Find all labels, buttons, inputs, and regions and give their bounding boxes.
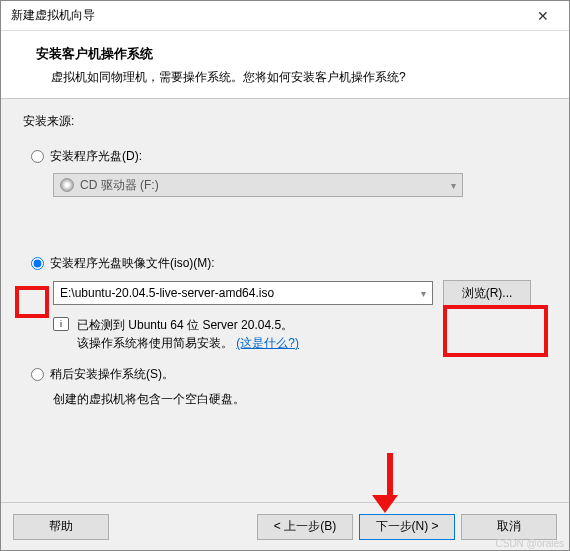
radio-iso-row[interactable]: 安装程序光盘映像文件(iso)(M): xyxy=(31,255,547,272)
browse-button[interactable]: 浏览(R)... xyxy=(443,280,531,306)
window-title: 新建虚拟机向导 xyxy=(11,7,95,24)
radio-iso-label: 安装程序光盘映像文件(iso)(M): xyxy=(50,255,215,272)
cancel-button[interactable]: 取消 xyxy=(461,514,557,540)
detection-text: 已检测到 Ubuntu 64 位 Server 20.04.5。 该操作系统将使… xyxy=(77,316,299,352)
help-button[interactable]: 帮助 xyxy=(13,514,109,540)
radio-disc-row[interactable]: 安装程序光盘(D): xyxy=(31,148,547,165)
cd-icon xyxy=(60,178,74,192)
header-description: 虚拟机如同物理机，需要操作系统。您将如何安装客户机操作系统? xyxy=(51,69,549,86)
header-title: 安装客户机操作系统 xyxy=(36,45,549,63)
wizard-content: 安装来源: 安装程序光盘(D): CD 驱动器 (F:) ▾ 安装程序光盘映像文… xyxy=(1,99,569,502)
wizard-window: 新建虚拟机向导 ✕ 安装客户机操作系统 虚拟机如同物理机，需要操作系统。您将如何… xyxy=(0,0,570,551)
titlebar: 新建虚拟机向导 ✕ xyxy=(1,1,569,31)
source-label: 安装来源: xyxy=(23,113,547,130)
disc-dropdown[interactable]: CD 驱动器 (F:) ▾ xyxy=(53,173,463,197)
whats-this-link[interactable]: (这是什么?) xyxy=(236,336,299,350)
radio-later[interactable] xyxy=(31,368,44,381)
later-description: 创建的虚拟机将包含一个空白硬盘。 xyxy=(53,391,547,408)
detect-line2-prefix: 该操作系统将使用简易安装。 xyxy=(77,336,233,350)
chevron-down-icon: ▾ xyxy=(451,180,456,191)
radio-disc-label: 安装程序光盘(D): xyxy=(50,148,142,165)
radio-iso[interactable] xyxy=(31,257,44,270)
wizard-footer: 帮助 < 上一步(B) 下一步(N) > 取消 xyxy=(1,502,569,550)
iso-row: E:\ubuntu-20.04.5-live-server-amd64.iso … xyxy=(53,280,547,306)
close-icon: ✕ xyxy=(537,8,549,24)
wizard-header: 安装客户机操作系统 虚拟机如同物理机，需要操作系统。您将如何安装客户机操作系统? xyxy=(1,31,569,99)
disc-dropdown-content: CD 驱动器 (F:) xyxy=(60,177,159,194)
back-button[interactable]: < 上一步(B) xyxy=(257,514,353,540)
radio-later-row[interactable]: 稍后安装操作系统(S)。 xyxy=(31,366,547,383)
info-icon: i xyxy=(53,317,69,331)
close-button[interactable]: ✕ xyxy=(525,2,561,30)
chevron-down-icon: ▾ xyxy=(421,288,426,299)
detect-line1: 已检测到 Ubuntu 64 位 Server 20.04.5。 xyxy=(77,318,293,332)
radio-later-label: 稍后安装操作系统(S)。 xyxy=(50,366,174,383)
disc-dropdown-text: CD 驱动器 (F:) xyxy=(80,177,159,194)
radio-disc[interactable] xyxy=(31,150,44,163)
detection-info: i 已检测到 Ubuntu 64 位 Server 20.04.5。 该操作系统… xyxy=(53,316,547,352)
iso-path-text: E:\ubuntu-20.04.5-live-server-amd64.iso xyxy=(60,286,274,300)
next-button[interactable]: 下一步(N) > xyxy=(359,514,455,540)
iso-path-combo[interactable]: E:\ubuntu-20.04.5-live-server-amd64.iso … xyxy=(53,281,433,305)
